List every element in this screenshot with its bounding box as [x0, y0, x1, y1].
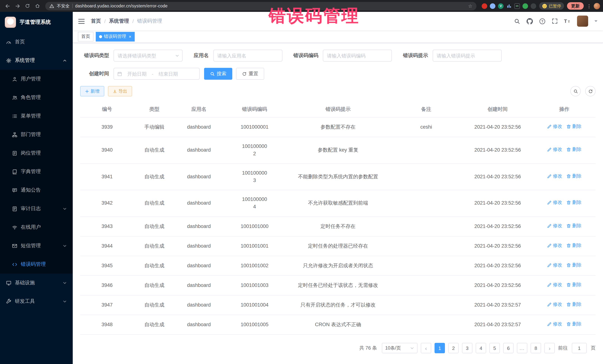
sidebar-item-online[interactable]: 在线用户 — [0, 218, 73, 236]
app-name-field[interactable] — [213, 50, 282, 62]
close-icon[interactable]: × — [129, 34, 131, 39]
error-type-select[interactable] — [114, 50, 183, 62]
extension-icon[interactable] — [531, 3, 536, 9]
pagination-ellipsis[interactable]: ... — [517, 343, 527, 353]
cell-code: 100100000 3 — [223, 164, 286, 190]
page-button-3[interactable]: 3 — [462, 343, 472, 353]
error-hint-input[interactable] — [433, 50, 501, 61]
delete-link[interactable]: 删除 — [566, 146, 581, 153]
browser-profile-avatar[interactable] — [594, 3, 600, 9]
delete-link[interactable]: 删除 — [566, 173, 581, 180]
search-button[interactable]: 搜索 — [204, 68, 232, 80]
reload-icon[interactable] — [23, 2, 32, 10]
delete-link[interactable]: 删除 — [566, 199, 581, 206]
cell-hint: 只允许修改为开启或者关闭状态 — [286, 256, 390, 276]
page-button-1[interactable]: 1 — [435, 343, 445, 353]
prev-page-button[interactable]: ‹ — [421, 343, 431, 353]
delete-link[interactable]: 删除 — [566, 222, 581, 229]
sidebar-item-errorcode[interactable]: 错误码管理 — [0, 255, 73, 274]
sidebar-item-menu[interactable]: 菜单管理 — [0, 107, 73, 125]
end-date-input[interactable] — [155, 71, 182, 77]
edit-link[interactable]: 修改 — [547, 301, 562, 308]
goto-page-input[interactable] — [572, 343, 587, 353]
github-icon[interactable] — [527, 18, 533, 24]
forward-icon[interactable] — [13, 2, 22, 10]
bookmark-star-icon[interactable]: ☆ — [468, 3, 472, 9]
search-icon[interactable] — [514, 18, 520, 24]
avatar[interactable] — [577, 16, 588, 27]
sidebar-item-notice[interactable]: 通知公告 — [0, 181, 73, 199]
hamburger-icon[interactable] — [78, 18, 85, 24]
sidebar-logo[interactable]: 芋道管理系统 — [0, 12, 73, 33]
start-date-input[interactable] — [124, 71, 150, 77]
sidebar-item-dept[interactable]: 部门管理 — [0, 125, 73, 144]
delete-link[interactable]: 删除 — [566, 123, 581, 130]
page-button-4[interactable]: 4 — [476, 343, 486, 353]
extension-icon[interactable] — [522, 3, 528, 9]
extension-icon[interactable] — [506, 3, 512, 9]
extension-icon[interactable]: V — [498, 3, 504, 9]
chevron-down-icon[interactable] — [594, 20, 597, 23]
page-button-5[interactable]: 5 — [489, 343, 500, 353]
sidebar-item-role[interactable]: 角色管理 — [0, 88, 73, 107]
reset-button[interactable]: 重置 — [236, 68, 264, 80]
delete-link[interactable]: 删除 — [566, 242, 581, 249]
edit-link[interactable]: 修改 — [547, 222, 562, 229]
sidebar-item-user[interactable]: 用户管理 — [0, 70, 73, 88]
page-size-select[interactable]: 10条/页 — [382, 343, 417, 353]
add-button[interactable]: 新增 — [80, 86, 104, 96]
sidebar-item-home[interactable]: 首页 — [0, 33, 73, 51]
tab-home[interactable]: 首页 — [78, 32, 93, 41]
breadcrumb-home[interactable]: 首页 — [91, 18, 101, 24]
fullscreen-icon[interactable] — [552, 18, 558, 24]
edit-link[interactable]: 修改 — [547, 123, 562, 130]
edit-link[interactable]: 修改 — [547, 146, 562, 153]
delete-link[interactable]: 删除 — [566, 281, 581, 288]
delete-link[interactable]: 删除 — [566, 262, 581, 269]
export-button[interactable]: 导出 — [108, 86, 132, 96]
edit-link[interactable]: 修改 — [547, 321, 562, 328]
home-icon[interactable] — [33, 2, 42, 10]
error-code-field[interactable] — [323, 50, 392, 62]
edit-link[interactable]: 修改 — [547, 199, 562, 206]
sidebar-item-system[interactable]: 系统管理 — [0, 51, 73, 70]
sidebar-item-dict[interactable]: 字典管理 — [0, 162, 73, 181]
delete-link[interactable]: 删除 — [566, 301, 581, 308]
font-size-icon[interactable]: TT — [564, 18, 571, 24]
back-icon[interactable] — [3, 2, 12, 10]
edit-link[interactable]: 修改 — [547, 242, 562, 249]
extension-icon[interactable] — [482, 3, 487, 9]
paused-badge[interactable]: 已暂停 — [539, 2, 564, 10]
kebab-menu-icon[interactable]: ⋮ — [587, 3, 591, 9]
sidebar-item-infra[interactable]: 基础设施 — [0, 274, 73, 292]
extension-icon[interactable]: on — [514, 3, 520, 9]
edit-link[interactable]: 修改 — [547, 281, 562, 288]
date-range-picker[interactable]: - — [114, 68, 200, 80]
address-bar[interactable]: 不安全 dashboard.yudao.iocoder.cn/system/er… — [45, 2, 476, 10]
sidebar-item-devtools[interactable]: 研发工具 — [0, 292, 73, 311]
edit-link[interactable]: 修改 — [547, 173, 562, 180]
table-header-row: 编号类型应用名错误码编码错误码提示备注创建时间操作 — [80, 101, 596, 117]
edit-link[interactable]: 修改 — [547, 262, 562, 269]
sidebar-item-post[interactable]: 岗位管理 — [0, 144, 73, 162]
extension-icon[interactable] — [490, 3, 495, 9]
page-button-2[interactable]: 2 — [448, 343, 459, 353]
cell-hint: 定时任务不存在 — [286, 217, 390, 236]
sidebar-item-sms[interactable]: 短信管理 — [0, 236, 73, 255]
tab-error-code[interactable]: 错误码管理 × — [96, 32, 135, 41]
page-button-6[interactable]: 6 — [503, 343, 514, 353]
error-hint-field[interactable] — [432, 50, 501, 62]
refresh-button[interactable] — [585, 86, 596, 96]
delete-link[interactable]: 删除 — [566, 321, 581, 328]
url-text[interactable]: dashboard.yudao.iocoder.cn/system/error-… — [75, 4, 168, 8]
error-code-input[interactable] — [323, 50, 392, 61]
next-page-button[interactable]: › — [544, 343, 555, 353]
help-icon[interactable]: ? — [539, 18, 545, 24]
app-name-input[interactable] — [214, 50, 282, 61]
update-button[interactable]: 更新 — [567, 2, 584, 10]
error-type-select-input[interactable] — [114, 50, 182, 61]
search-toggle-button[interactable] — [570, 86, 581, 96]
breadcrumb-system[interactable]: 系统管理 — [109, 18, 129, 24]
page-button-8[interactable]: 8 — [531, 343, 541, 353]
sidebar-item-audit[interactable]: 审计日志 — [0, 199, 73, 218]
